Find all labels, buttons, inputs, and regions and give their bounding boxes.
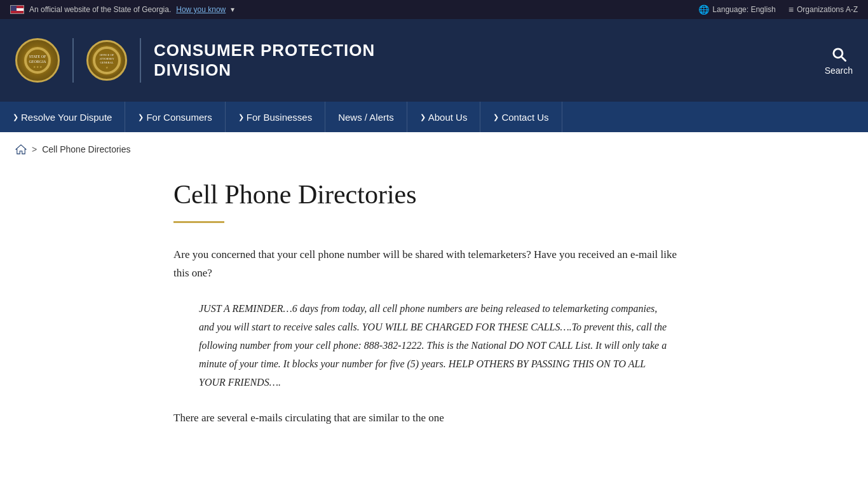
nav-resolve-dispute[interactable]: ❯ Resolve Your Dispute — [0, 102, 125, 132]
chevron-icon: ❯ — [238, 113, 244, 121]
chevron-icon: ❯ — [138, 113, 144, 121]
chevron-icon: ❯ — [13, 113, 18, 121]
official-text: An official website of the State of Geor… — [29, 5, 171, 14]
list-icon: ≡ — [789, 4, 794, 15]
svg-text:★ ★ ★: ★ ★ ★ — [33, 65, 43, 69]
home-icon — [15, 144, 27, 154]
georgia-seal-logo[interactable]: STATE OF GEORGIA ★ ★ ★ — [15, 38, 60, 83]
nav-for-businesses[interactable]: ❯ For Businesses — [226, 102, 325, 132]
intro-paragraph: Are you concerned that your cell phone n… — [173, 246, 695, 283]
blockquote: JUST A REMINDER…6 days from today, all c… — [199, 300, 669, 391]
language-link[interactable]: 🌐 Language: English — [698, 4, 775, 15]
nav-contact-us[interactable]: ❯ Contact Us — [480, 102, 562, 132]
nav-about-us[interactable]: ❯ About Us — [407, 102, 481, 132]
top-bar: An official website of the State of Geor… — [0, 0, 868, 19]
svg-text:OFFICE OF: OFFICE OF — [100, 53, 114, 57]
organizations-link[interactable]: ≡ Organizations A-Z — [789, 4, 858, 15]
chevron-down-icon: ▾ — [231, 5, 234, 14]
svg-text:STATE OF: STATE OF — [29, 55, 46, 58]
title-underline — [173, 221, 224, 223]
svg-text:GEORGIA: GEORGIA — [29, 60, 47, 64]
seal-svg: STATE OF GEORGIA ★ ★ ★ — [22, 45, 53, 76]
header-divider2 — [140, 38, 141, 83]
globe-icon: 🌐 — [698, 4, 709, 15]
attorney-general-seal[interactable]: OFFICE OF ATTORNEY GENERAL ★ — [86, 40, 127, 81]
chevron-icon: ❯ — [493, 113, 499, 121]
breadcrumb: > Cell Phone Directories — [0, 132, 868, 166]
second-paragraph: There are several e-mails circulating th… — [173, 409, 695, 428]
main-content: Cell Phone Directories Are you concerned… — [148, 166, 720, 466]
ag-seal-svg: OFFICE OF ATTORNEY GENERAL ★ — [91, 44, 123, 76]
svg-text:GENERAL: GENERAL — [100, 61, 114, 64]
search-icon — [830, 45, 848, 63]
top-bar-right: 🌐 Language: English ≡ Organizations A-Z — [698, 4, 858, 15]
breadcrumb-current: Cell Phone Directories — [42, 144, 130, 154]
nav-for-consumers[interactable]: ❯ For Consumers — [125, 102, 225, 132]
header-left: STATE OF GEORGIA ★ ★ ★ OFFICE OF ATTORNE… — [15, 38, 375, 83]
site-header: STATE OF GEORGIA ★ ★ ★ OFFICE OF ATTORNE… — [0, 19, 868, 102]
svg-text:ATTORNEY: ATTORNEY — [99, 57, 114, 60]
chevron-icon: ❯ — [420, 113, 426, 121]
page-title: Cell Phone Directories — [173, 179, 695, 210]
top-bar-left: An official website of the State of Geor… — [10, 5, 234, 14]
breadcrumb-home-link[interactable] — [15, 144, 27, 154]
georgia-flag — [10, 5, 24, 14]
nav-news-alerts[interactable]: News / Alerts — [325, 102, 407, 132]
main-nav: ❯ Resolve Your Dispute ❯ For Consumers ❯… — [0, 102, 868, 132]
breadcrumb-separator: > — [32, 144, 37, 154]
site-title: CONSUMER PROTECTION DIVISION — [154, 41, 375, 80]
search-button[interactable]: Search — [825, 45, 853, 76]
how-you-know-link[interactable]: How you know — [176, 5, 226, 14]
header-divider — [72, 38, 74, 83]
